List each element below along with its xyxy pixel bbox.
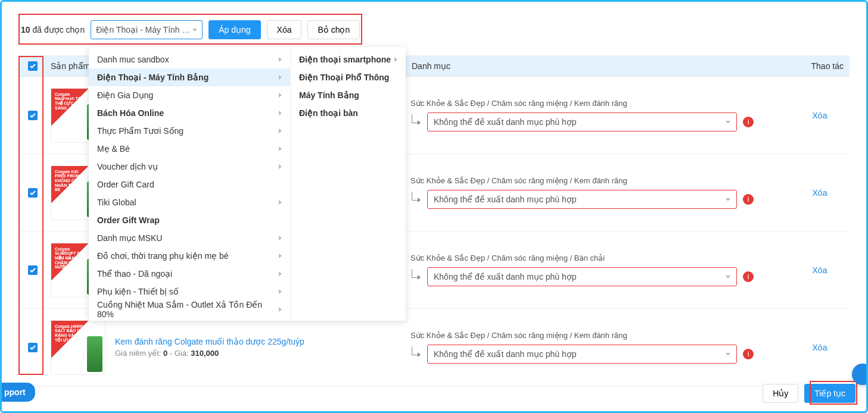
footer-actions: Hủy Tiếp tục	[763, 384, 855, 403]
cascader-item[interactable]: Điện Thoại Phổ Thông	[291, 68, 406, 86]
chat-icon[interactable]	[852, 364, 868, 385]
error-info-icon[interactable]: i	[743, 117, 754, 127]
cascader-item[interactable]: Điện thoại bàn	[291, 104, 406, 122]
indent-arrow-icon	[410, 349, 421, 359]
category-breadcrumb: Sức Khỏe & Sắc Đẹp / Chăm sóc răng miệng…	[410, 331, 786, 340]
category-select-error[interactable]: Không thể đề xuất danh mục phù hợp	[427, 345, 737, 364]
cascader-item[interactable]: Điện Gia Dụng	[89, 86, 290, 104]
category-breadcrumb: Sức Khỏe & Sắc Đẹp / Chăm sóc răng miệng…	[410, 99, 786, 108]
chevron-down-icon	[726, 198, 730, 201]
category-dropdown-trigger[interactable]: Điện Thoại - Máy Tính …	[91, 20, 203, 39]
chevron-right-icon	[394, 57, 397, 62]
category-cell: Sức Khỏe & Sắc Đẹp / Chăm sóc răng miệng…	[410, 331, 786, 364]
row-delete-link[interactable]: Xóa	[813, 343, 827, 352]
row-checkbox[interactable]	[28, 111, 38, 120]
cascader-item[interactable]: Thể thao - Dã ngoại	[89, 265, 290, 283]
cascader-item[interactable]: Bách Hóa Online	[89, 104, 290, 122]
select-all-checkbox[interactable]	[28, 61, 38, 71]
product-thumbnail: Colgate HERBAL SALT BẢO VỆ RĂNG VÀ NƯỚU …	[51, 320, 105, 375]
chevron-down-icon	[192, 29, 197, 32]
product-title-link[interactable]: Kem đánh răng Colgate muối thảo dược 225…	[115, 337, 401, 346]
cascader-item[interactable]: Order Gift Wrap	[89, 211, 290, 229]
row-checkbox[interactable]	[28, 188, 38, 198]
category-breadcrumb: Sức Khỏe & Sắc Đẹp / Chăm sóc răng miệng…	[410, 176, 786, 185]
cascader-item[interactable]: Order Gift Card	[89, 176, 290, 193]
cascader-item[interactable]: Điện Thoại - Máy Tính Bảng	[89, 68, 290, 86]
row-checkbox[interactable]	[28, 265, 38, 275]
error-info-icon[interactable]: i	[743, 271, 754, 282]
row-delete-link[interactable]: Xóa	[813, 265, 827, 275]
chevron-right-icon	[279, 200, 282, 205]
header-category: Danh mục	[412, 61, 786, 71]
category-select-error[interactable]: Không thể đề xuất danh mục phù hợp	[427, 112, 737, 132]
chevron-right-icon	[279, 164, 282, 169]
header-action: Thao tác	[796, 61, 844, 71]
indent-arrow-icon	[410, 271, 421, 282]
cascader-item[interactable]: Cuồng Nhiệt Mua Sắm - Outlet Xả Tồn Đến …	[89, 301, 290, 318]
support-tab[interactable]: pport	[0, 383, 35, 402]
category-cell: Sức Khỏe & Sắc Đẹp / Chăm sóc răng miệng…	[410, 254, 786, 286]
cancel-button[interactable]: Hủy	[763, 384, 798, 403]
apply-button[interactable]: Áp dụng	[209, 20, 260, 39]
cascader-column-1: Danh muc sandboxĐiện Thoại - Máy Tính Bả…	[89, 47, 290, 321]
chevron-right-icon	[279, 254, 282, 258]
cascader-item[interactable]: Điện thoại smartphone	[291, 51, 406, 68]
cascader-item[interactable]: Đồ chơi, thời trang phụ kiện mẹ bé	[89, 247, 290, 265]
cascader-column-2: Điện thoại smartphoneĐiện Thoại Phổ Thôn…	[290, 47, 406, 321]
chevron-right-icon	[279, 289, 282, 294]
error-info-icon[interactable]: i	[743, 349, 754, 359]
chevron-right-icon	[279, 236, 282, 240]
cascader-item[interactable]: Danh mục MSKU	[89, 229, 290, 247]
category-breadcrumb: Sức Khỏe & Sắc Đẹp / Chăm sóc răng miệng…	[410, 254, 786, 262]
category-dropdown-value: Điện Thoại - Máy Tính …	[96, 25, 190, 35]
delete-button[interactable]: Xóa	[267, 20, 302, 39]
chevron-down-icon	[726, 121, 730, 124]
chevron-down-icon	[726, 276, 730, 279]
cascader-item[interactable]: Tiki Global	[89, 193, 290, 211]
cascader-item[interactable]: Thực Phẩm Tươi Sống	[89, 122, 290, 140]
chevron-right-icon	[279, 75, 282, 80]
category-select-error[interactable]: Không thể đề xuất danh mục phù hợp	[427, 267, 737, 286]
cascader-item[interactable]: Danh muc sandbox	[89, 51, 290, 68]
cascader-item[interactable]: Voucher dịch vụ	[89, 158, 290, 176]
continue-button[interactable]: Tiếp tục	[804, 384, 855, 403]
row-checkbox[interactable]	[28, 343, 38, 352]
cascader-item[interactable]: Mẹ & Bé	[89, 140, 290, 158]
bulk-action-bar: 10 đã được chọn Điện Thoại - Máy Tính … …	[18, 18, 850, 41]
indent-arrow-icon	[410, 117, 421, 127]
chevron-right-icon	[279, 129, 282, 133]
chevron-right-icon	[279, 93, 282, 98]
chevron-right-icon	[279, 146, 282, 151]
product-price: Giá niêm yết: 0 - Giá: 310,000	[115, 349, 401, 358]
cascader-item[interactable]: Máy Tính Bảng	[291, 86, 406, 104]
chevron-right-icon	[279, 57, 282, 62]
category-cell: Sức Khỏe & Sắc Đẹp / Chăm sóc răng miệng…	[410, 176, 786, 209]
product-cell: Kem đánh răng Colgate muối thảo dược 225…	[115, 337, 401, 358]
error-info-icon[interactable]: i	[743, 194, 754, 205]
chevron-right-icon	[279, 111, 282, 115]
chevron-right-icon	[279, 307, 282, 312]
chevron-right-icon	[279, 271, 282, 276]
indent-arrow-icon	[410, 194, 421, 205]
row-delete-link[interactable]: Xóa	[813, 111, 827, 120]
category-cascader: Danh muc sandboxĐiện Thoại - Máy Tính Bả…	[89, 47, 406, 321]
category-cell: Sức Khỏe & Sắc Đẹp / Chăm sóc răng miệng…	[410, 99, 786, 132]
category-select-error[interactable]: Không thể đề xuất danh mục phù hợp	[427, 190, 737, 209]
deselect-button[interactable]: Bỏ chọn	[307, 20, 360, 39]
chevron-down-icon	[726, 353, 730, 356]
selection-count: 10 đã được chọn	[21, 25, 85, 35]
cascader-item[interactable]: Phụ kiện - Thiết bị số	[89, 283, 290, 301]
row-delete-link[interactable]: Xóa	[813, 188, 827, 198]
